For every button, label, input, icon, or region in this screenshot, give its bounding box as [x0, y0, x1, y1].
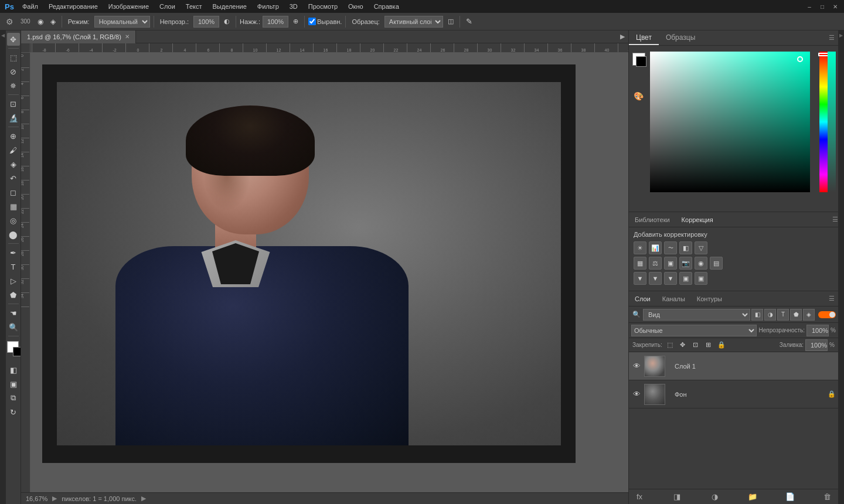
menu-layers[interactable]: Слои	[155, 2, 180, 11]
hue-strip[interactable]	[819, 52, 828, 192]
document-tab[interactable]: 1.psd @ 16,7% (Слой 1, RGB/8) ✕	[21, 30, 136, 43]
tool-gradient[interactable]: ▦	[7, 200, 20, 213]
adj-vibrance[interactable]: ▽	[695, 241, 707, 254]
blend-mode-select[interactable]: Обычные	[631, 325, 757, 336]
alpha-strip[interactable]	[828, 52, 836, 192]
adj-gradient-map[interactable]: ▣	[679, 272, 692, 285]
tab-correction[interactable]: Коррекция	[676, 214, 719, 226]
opacity-input[interactable]	[193, 16, 219, 28]
tool-eraser[interactable]: ◻	[7, 186, 20, 199]
tool-wand[interactable]: ✵	[7, 79, 20, 92]
fill-field[interactable]	[805, 339, 828, 351]
filter-toggle[interactable]	[818, 311, 836, 318]
adj-levels[interactable]: 📊	[649, 241, 662, 254]
tool-dodge[interactable]: ⬤	[7, 228, 20, 241]
adj-bw[interactable]: ▣	[664, 257, 677, 270]
tool-crop[interactable]: ⊡	[7, 97, 20, 110]
opacity-icon[interactable]: ◐	[222, 16, 232, 26]
btn-new-layer[interactable]: 📄	[784, 491, 796, 503]
menu-text[interactable]: Текст	[181, 2, 207, 11]
menu-image[interactable]: Изображение	[104, 2, 154, 11]
right-collapse-btn[interactable]: ▶	[838, 30, 844, 504]
lock-position-move[interactable]: ✥	[678, 340, 688, 350]
status-arrow[interactable]: ▶	[52, 495, 57, 502]
adj-invert[interactable]: ▼	[634, 272, 646, 285]
filter-smart[interactable]: ◈	[803, 309, 815, 321]
align-checkbox[interactable]	[308, 18, 316, 25]
win-maximize[interactable]: □	[818, 2, 826, 11]
flow-input[interactable]	[263, 16, 288, 28]
layer-kind-select[interactable]: Вид	[643, 309, 750, 321]
tool-screen[interactable]: ▣	[7, 377, 20, 390]
tab-paths[interactable]: Контуры	[691, 293, 728, 305]
tab-libraries[interactable]: Библиотеки	[629, 214, 676, 226]
adj-channel-mixer[interactable]: ◉	[695, 257, 707, 270]
layers-panel-menu[interactable]: ☰	[825, 295, 838, 302]
lock-all[interactable]: 🔒	[716, 340, 727, 350]
lock-artboard[interactable]: ⊡	[690, 340, 701, 350]
tool-marquee[interactable]: ⬚	[7, 51, 20, 64]
tab-swatches[interactable]: Образцы	[659, 31, 702, 45]
menu-edit[interactable]: Редактирование	[44, 2, 103, 11]
filter-adj[interactable]: ◑	[764, 309, 776, 321]
canvas-scroll[interactable]	[30, 53, 628, 492]
tool-rotate[interactable]: ↻	[7, 406, 20, 418]
adj-threshold[interactable]: ▼	[664, 272, 677, 285]
layer-item[interactable]: 👁 Слой 1	[629, 352, 838, 380]
adj-color-lookup[interactable]: ▤	[710, 257, 723, 270]
tool-hand[interactable]: ☚	[7, 307, 20, 319]
tool-mode-quick[interactable]: ◧	[7, 363, 20, 376]
tool-path[interactable]: ▷	[7, 274, 20, 287]
tool-eyedropper[interactable]: 🔬	[7, 111, 20, 124]
tool-brush[interactable]: 🖌	[7, 144, 20, 156]
layer-visibility-1[interactable]: 👁	[631, 389, 642, 400]
filter-text[interactable]: T	[777, 309, 789, 321]
opacity-field[interactable]	[806, 325, 829, 336]
tool-stamp[interactable]: ◈	[7, 158, 20, 171]
btn-add-group[interactable]: 📁	[747, 491, 758, 503]
tool-blur[interactable]: ◎	[7, 214, 20, 227]
adj-selective-color[interactable]: ▣	[695, 272, 707, 285]
menu-help[interactable]: Справка	[369, 2, 404, 11]
win-minimize[interactable]: –	[805, 2, 814, 11]
brush-preset[interactable]: ◉	[35, 16, 46, 27]
color-field[interactable]	[650, 52, 810, 192]
tab-channels[interactable]: Каналы	[656, 293, 691, 305]
btn-fx[interactable]: fx	[634, 491, 645, 503]
layer-item[interactable]: 👁 Фон 🔒	[629, 380, 838, 408]
left-collapse-btn[interactable]: ◀	[0, 30, 6, 504]
brush-shape[interactable]: ◈	[48, 16, 58, 27]
adj-photo-filter[interactable]: 📷	[679, 257, 692, 270]
canvas-image[interactable]	[57, 82, 561, 445]
menu-window[interactable]: Окно	[343, 2, 368, 11]
adjust-settings-icon[interactable]: ☰	[832, 216, 838, 223]
tool-heal[interactable]: ⊕	[7, 130, 20, 142]
tool-zoom[interactable]: 🔍	[7, 321, 20, 333]
status-expand-arrow[interactable]: ▶	[141, 495, 146, 502]
filter-pixel[interactable]: ◧	[751, 309, 763, 321]
adj-brightness[interactable]: ☀	[634, 241, 646, 254]
tool-pen[interactable]: ✒	[7, 246, 20, 259]
menu-3d[interactable]: 3D	[285, 2, 302, 11]
tool-shape[interactable]: ⬟	[7, 288, 20, 301]
filter-shape[interactable]: ⬟	[790, 309, 802, 321]
menu-filter[interactable]: Фильтр	[253, 2, 284, 11]
adj-posterize[interactable]: ▼	[649, 272, 662, 285]
sample-select[interactable]: Активный слой	[384, 16, 443, 28]
bg-swatch[interactable]	[636, 56, 646, 67]
mode-select[interactable]: Нормальный	[94, 16, 150, 28]
btn-add-adjustment[interactable]: ◑	[709, 491, 720, 503]
btn-delete-layer[interactable]: 🗑	[822, 491, 833, 503]
adj-exposure[interactable]: ◧	[679, 241, 692, 254]
menu-file[interactable]: Файл	[18, 2, 43, 11]
tool-lasso[interactable]: ⊘	[7, 65, 20, 78]
tool-artboard[interactable]: ⧉	[7, 391, 20, 404]
adj-curves[interactable]: 〜	[664, 241, 677, 254]
win-close[interactable]: ✕	[831, 2, 839, 11]
flow-icon[interactable]: ⊕	[291, 16, 301, 26]
tool-text[interactable]: T	[7, 260, 20, 273]
menu-select[interactable]: Выделение	[208, 2, 251, 11]
color-panel-menu[interactable]: ☰	[825, 34, 838, 42]
tool-history[interactable]: ↶	[7, 172, 20, 185]
lock-pixels[interactable]: ⬚	[665, 340, 675, 350]
